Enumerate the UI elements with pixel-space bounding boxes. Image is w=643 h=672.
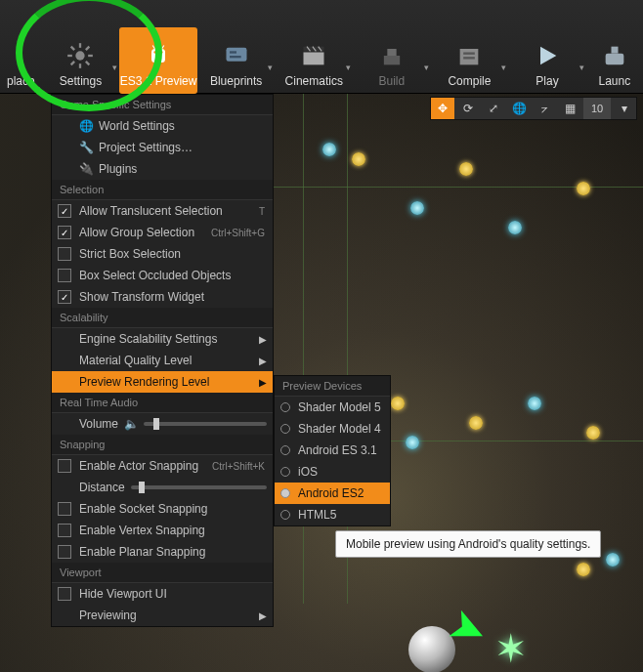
menu-item-engine-scalability[interactable]: Engine Scalability Settings ▶ [52, 328, 273, 350]
menu-item-enable-socket-snap[interactable]: Enable Socket Snapping [52, 498, 273, 520]
toolbar-btn-cinematics[interactable]: Cinematics ▾ [275, 27, 353, 94]
menu-item-plugins[interactable]: 🔌 Plugins [52, 158, 273, 180]
chevron-down-icon: ▾ [579, 63, 584, 72]
transform-scale-icon[interactable]: ⤢ [482, 98, 505, 119]
world-icon: 🌐 [79, 119, 93, 133]
checkbox-icon [58, 502, 71, 516]
toolbar-btn-build[interactable]: Build ▾ [353, 27, 431, 94]
toolbar-label: Compile [448, 74, 491, 88]
transform-rotate-icon[interactable]: ⟳ [456, 98, 480, 119]
menu-item-show-transform[interactable]: Show Transform Widget [52, 286, 273, 308]
menu-label: Enable Vertex Snapping [79, 524, 205, 537]
toolbar-btn-place[interactable]: place [0, 27, 42, 94]
submenu-item[interactable]: Android ES2 [275, 483, 390, 504]
checkbox-icon [58, 269, 71, 282]
submenu-item[interactable]: iOS [275, 461, 390, 483]
chevron-right-icon: ▶ [259, 377, 267, 388]
gear-icon [63, 41, 98, 70]
shortcut: Ctrl+Shift+G [211, 228, 265, 238]
preview-devices-submenu: Preview Devices Shader Model 5Shader Mod… [274, 375, 391, 526]
volume-slider[interactable] [144, 422, 267, 426]
submenu-label: iOS [298, 465, 318, 479]
toolbar-btn-compile[interactable]: Compile ▾ [431, 27, 509, 94]
submenu-item[interactable]: Shader Model 5 [275, 397, 390, 418]
toolbar-label: ES3.1 Preview [120, 74, 197, 88]
menu-item-allow-translucent[interactable]: Allow Translucent Selection T [52, 200, 273, 222]
menu-header: Scalability [52, 308, 273, 328]
toolbar-btn-blueprints[interactable]: Blueprints ▾ [197, 27, 276, 94]
menu-item-box-occluded[interactable]: Box Select Occluded Objects [52, 265, 273, 286]
toolbar-btn-settings[interactable]: Settings ▾ [42, 27, 120, 94]
svg-point-10 [153, 51, 155, 53]
toolbar-label: Settings [60, 74, 102, 88]
svg-point-0 [76, 51, 85, 60]
svg-line-13 [162, 46, 164, 50]
svg-line-8 [86, 47, 90, 51]
main-toolbar: place Settings ▾ ES3.1 Preview Blueprint… [0, 0, 643, 94]
menu-item-enable-planar-snap[interactable]: Enable Planar Snapping [52, 541, 273, 563]
svg-rect-22 [384, 56, 400, 64]
svg-line-12 [152, 46, 154, 50]
radio-icon [280, 402, 290, 412]
star-object: ✶ [494, 626, 528, 671]
menu-header: Viewport [52, 563, 273, 583]
globe-icon[interactable]: 🌐 [507, 98, 531, 119]
toolbar-label: Cinematics [285, 74, 343, 88]
toolbar-label: Build [378, 74, 405, 88]
menu-label: Strict Box Selection [79, 247, 181, 261]
menu-label: World Settings [99, 119, 175, 133]
toolbar-btn-preview[interactable]: ES3.1 Preview [119, 27, 197, 94]
grid-size-value[interactable]: 10 [583, 98, 611, 119]
grid-icon[interactable]: ▦ [558, 98, 581, 119]
submenu-label: Shader Model 5 [298, 400, 381, 414]
transform-move-icon[interactable]: ✥ [431, 98, 454, 119]
toolbar-btn-play[interactable]: Play ▾ [508, 27, 586, 94]
menu-label: Enable Socket Snapping [79, 502, 207, 516]
blueprints-icon [219, 41, 254, 70]
menu-label: Box Select Occluded Objects [79, 269, 231, 282]
menu-item-project-settings[interactable]: 🔧 Project Settings… [52, 137, 273, 158]
distance-slider[interactable] [131, 485, 267, 489]
compile-icon [451, 41, 487, 70]
menu-item-volume[interactable]: Volume 🔈 [52, 413, 273, 435]
submenu-item[interactable]: Android ES 3.1 [275, 440, 390, 461]
submenu-label: Shader Model 4 [298, 422, 381, 436]
settings-menu: Game Specific Settings 🌐 World Settings … [51, 94, 274, 627]
svg-rect-16 [230, 56, 241, 58]
submenu-header: Preview Devices [275, 376, 390, 397]
chevron-down-icon: ▾ [501, 63, 506, 72]
svg-rect-15 [230, 51, 236, 53]
checkbox-icon [58, 247, 71, 261]
radio-icon [280, 467, 290, 477]
menu-label: Previewing [79, 609, 137, 622]
radio-icon [280, 445, 290, 455]
menu-item-preview-rendering[interactable]: Preview Rendering Level ▶ [52, 371, 273, 393]
menu-item-snap-distance[interactable]: Distance [52, 477, 273, 498]
svg-rect-9 [151, 49, 165, 63]
menu-item-enable-vertex-snap[interactable]: Enable Vertex Snapping [52, 520, 273, 541]
menu-label: Material Quality Level [79, 354, 192, 367]
svg-rect-17 [304, 53, 324, 65]
menu-item-enable-actor-snap[interactable]: Enable Actor Snapping Ctrl+Shift+K [52, 455, 273, 477]
checkbox-icon [58, 226, 71, 239]
menu-label: Enable Actor Snapping [79, 459, 198, 473]
menu-item-hide-viewport-ui[interactable]: Hide Viewport UI [52, 583, 273, 605]
chevron-down-icon: ▾ [112, 63, 117, 72]
checkbox-icon [58, 545, 71, 559]
submenu-item[interactable]: Shader Model 4 [275, 418, 390, 440]
snap-angle-icon[interactable]: ⦢ [533, 98, 556, 119]
wrench-icon: 🔧 [79, 141, 93, 154]
menu-item-material-quality[interactable]: Material Quality Level ▶ [52, 350, 273, 371]
chevron-down-icon[interactable]: ▾ [613, 98, 636, 119]
menu-item-previewing[interactable]: Previewing ▶ [52, 605, 273, 626]
svg-line-5 [71, 47, 75, 51]
submenu-item[interactable]: HTML5 [275, 504, 390, 525]
checkbox-icon [58, 459, 71, 473]
plug-icon: 🔌 [79, 162, 93, 176]
menu-item-strict-box[interactable]: Strict Box Selection [52, 243, 273, 265]
menu-item-world-settings[interactable]: 🌐 World Settings [52, 115, 273, 137]
checkbox-icon [58, 587, 71, 601]
menu-header: Snapping [52, 435, 273, 455]
menu-item-allow-group[interactable]: Allow Group Selection Ctrl+Shift+G [52, 222, 273, 243]
toolbar-btn-launch[interactable]: Launc [586, 27, 643, 94]
